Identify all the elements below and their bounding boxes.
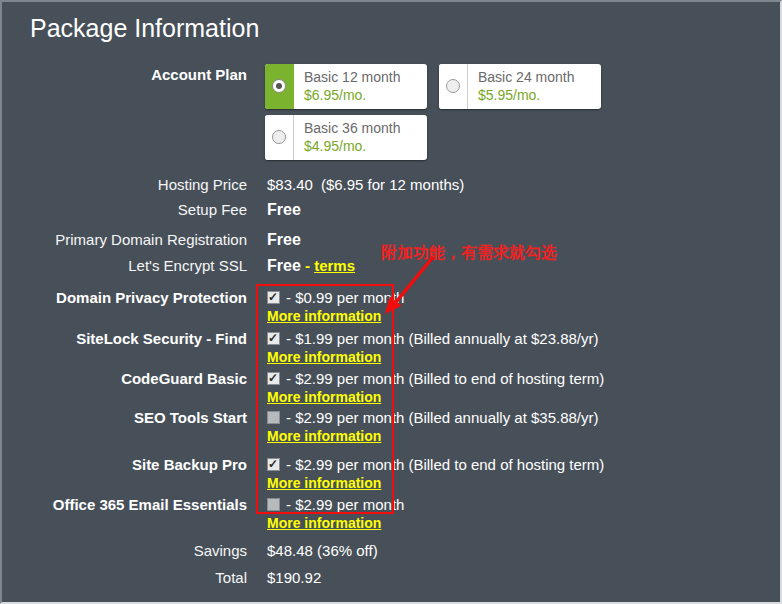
savings-label: Savings — [2, 542, 247, 559]
checkbox-icon[interactable] — [267, 411, 280, 424]
plan-price: $5.95/mo. — [478, 87, 540, 103]
plan-option-basic-36[interactable]: Basic 36 month $4.95/mo. — [265, 115, 427, 160]
primary-domain-value: Free — [267, 231, 301, 249]
addon-value: - $2.99 per month(Billed annually at $35… — [267, 409, 599, 426]
plan-price: $6.95/mo. — [304, 87, 366, 103]
ssl-value: Free - terms — [267, 257, 355, 275]
primary-domain-label: Primary Domain Registration — [2, 231, 247, 248]
plan-price: $4.95/mo. — [304, 138, 366, 154]
account-plan-label: Account Plan — [2, 66, 247, 83]
plan-radio-strip — [265, 64, 294, 109]
more-information-link[interactable]: More information — [267, 389, 381, 405]
addon-value: - $2.99 per month(Billed to end of hosti… — [267, 456, 604, 473]
addon-value: - $0.99 per month — [267, 289, 408, 306]
addon-label: Office 365 Email Essentials — [2, 496, 247, 513]
checkbox-icon[interactable] — [267, 332, 280, 345]
hosting-price-value: $83.40($6.95 for 12 months) — [267, 176, 464, 193]
savings-value: $48.48 (36% off) — [267, 542, 378, 559]
more-information-link[interactable]: More information — [267, 475, 381, 491]
checkbox-icon[interactable] — [267, 291, 280, 304]
total-value: $190.92 — [267, 569, 321, 586]
plan-radio-strip — [439, 64, 468, 109]
radio-icon[interactable] — [446, 79, 460, 93]
total-row: Total $190.92 — [2, 569, 782, 589]
more-information-link[interactable]: More information — [267, 515, 381, 531]
ssl-label: Let's Encrypt SSL — [2, 257, 247, 274]
addon-row-site-backup: Site Backup Pro - $2.99 per month(Billed… — [2, 456, 782, 476]
setup-fee-label: Setup Fee — [2, 201, 247, 218]
addon-value: - $1.99 per month(Billed annually at $23… — [267, 330, 599, 347]
addon-row-office-365: Office 365 Email Essentials - $2.99 per … — [2, 496, 782, 516]
addon-label: CodeGuard Basic — [2, 370, 247, 387]
radio-icon[interactable] — [272, 79, 286, 93]
ssl-separator: - — [305, 257, 310, 274]
setup-fee-value: Free — [267, 201, 301, 219]
total-label: Total — [2, 569, 247, 586]
checkbox-icon[interactable] — [267, 498, 280, 511]
hosting-price-label: Hosting Price — [2, 176, 247, 193]
addon-row-sitelock: SiteLock Security - Find - $1.99 per mon… — [2, 330, 782, 350]
addon-label: Site Backup Pro — [2, 456, 247, 473]
addon-row-codeguard: CodeGuard Basic - $2.99 per month(Billed… — [2, 370, 782, 390]
plan-name: Basic 24 month — [478, 69, 575, 85]
setup-fee-row: Setup Fee Free — [2, 201, 782, 221]
addon-row-domain-privacy: Domain Privacy Protection - $0.99 per mo… — [2, 289, 782, 309]
addon-label: Domain Privacy Protection — [2, 289, 247, 306]
checkbox-icon[interactable] — [267, 458, 280, 471]
plan-name: Basic 12 month — [304, 69, 401, 85]
plan-option-basic-24[interactable]: Basic 24 month $5.95/mo. — [439, 64, 601, 109]
addon-value: - $2.99 per month — [267, 496, 408, 513]
more-information-link[interactable]: More information — [267, 349, 381, 365]
addon-label: SiteLock Security - Find — [2, 330, 247, 347]
terms-link[interactable]: terms — [314, 257, 355, 274]
addon-value: - $2.99 per month(Billed to end of hosti… — [267, 370, 604, 387]
plan-option-basic-12[interactable]: Basic 12 month $6.95/mo. — [265, 64, 427, 109]
more-information-link[interactable]: More information — [267, 428, 381, 444]
annotation-text: 附加功能，有需求就勾选 — [381, 243, 557, 264]
hosting-price-row: Hosting Price $83.40($6.95 for 12 months… — [2, 176, 782, 196]
addon-row-seo-tools: SEO Tools Start - $2.99 per month(Billed… — [2, 409, 782, 429]
radio-icon[interactable] — [272, 130, 286, 144]
checkbox-icon[interactable] — [267, 372, 280, 385]
plan-name: Basic 36 month — [304, 120, 401, 136]
more-information-link[interactable]: More information — [267, 308, 381, 324]
plan-radio-strip — [265, 115, 294, 160]
addon-label: SEO Tools Start — [2, 409, 247, 426]
page-title: Package Information — [30, 14, 259, 43]
savings-row: Savings $48.48 (36% off) — [2, 542, 782, 562]
package-information-page: Package Information Account Plan Basic 1… — [0, 0, 782, 604]
